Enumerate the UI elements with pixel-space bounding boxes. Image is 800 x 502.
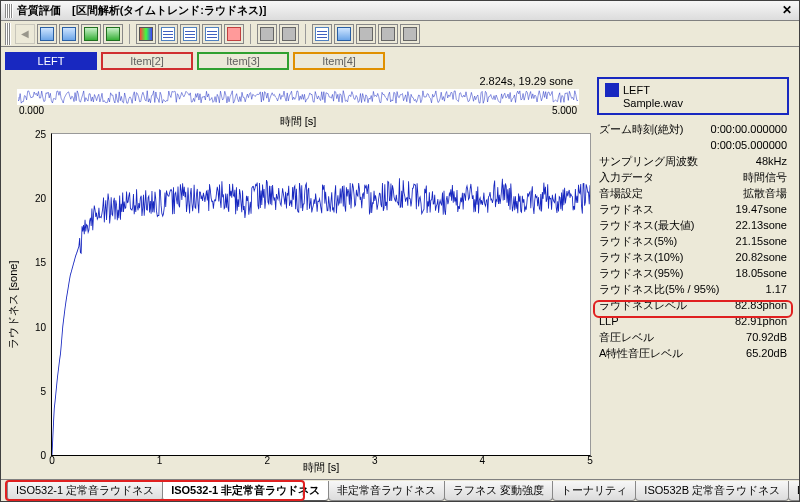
region-icon — [227, 27, 241, 41]
legend-item-3[interactable]: Item[3] — [197, 52, 289, 70]
legend-item-4[interactable]: Item[4] — [293, 52, 385, 70]
region-button[interactable] — [224, 24, 244, 44]
info-key: 音場設定 — [599, 186, 643, 200]
wave-button[interactable] — [202, 24, 222, 44]
overview-strip: 0.000 5.000 時間 [s] — [17, 89, 579, 129]
tab[interactable]: 非定常音ラウドネス — [328, 481, 445, 501]
signal-icon — [205, 27, 219, 41]
y-tick: 10 — [35, 321, 46, 332]
chart-icon — [84, 27, 98, 41]
info-table: ズーム時刻(絶対)0:00:00.0000000:00:05.000000サンプ… — [597, 121, 789, 475]
info-key: 音圧レベル — [599, 330, 654, 344]
tab[interactable]: ラフネス 変動強度 — [444, 481, 553, 501]
prev-icon: ◀ — [21, 28, 29, 39]
info-key: ラウドネス(最大値) — [599, 218, 694, 232]
tab[interactable]: トーナリティ — [552, 481, 636, 501]
main-area: 2.824s, 19.29 sone 0.000 5.000 時間 [s] — [5, 75, 795, 475]
overview-waveform[interactable] — [17, 89, 579, 105]
expand-icon — [403, 27, 417, 41]
plot-button-3[interactable] — [312, 24, 332, 44]
y-tick: 0 — [40, 450, 46, 461]
info-legend-file: Sample.wav — [605, 97, 781, 109]
toolbar-separator — [250, 24, 251, 44]
info-value: 0:00:00.000000 — [711, 122, 787, 136]
info-key: ラウドネス(95%) — [599, 266, 683, 280]
info-row: A特性音圧レベル65.20dB — [597, 345, 789, 361]
info-row: 音場設定拡散音場 — [597, 185, 789, 201]
info-value: 65.20dB — [746, 346, 787, 360]
toolbar: ◀ — [1, 21, 799, 47]
cursor-icon — [260, 27, 274, 41]
info-row: ラウドネス(10%)20.82sone — [597, 249, 789, 265]
info-row: ラウドネスレベル82.83phon — [597, 297, 789, 313]
info-row: サンプリング周波数48kHz — [597, 153, 789, 169]
info-row: ズーム時刻(絶対)0:00:00.000000 — [597, 121, 789, 137]
y-tick: 15 — [35, 257, 46, 268]
tab[interactable]: ISO532-1 定常音ラウドネス — [7, 481, 163, 501]
info-key: LLP — [599, 314, 619, 328]
doc-button-2[interactable] — [59, 24, 79, 44]
y-axis-label: ラウドネス [sone] — [6, 260, 21, 348]
x-ticks: 012345 — [52, 455, 590, 469]
tab[interactable]: ISO532-1 非定常音ラウドネス — [162, 481, 329, 501]
info-value: 20.82sone — [736, 250, 787, 264]
toolbar-separator — [129, 24, 130, 44]
overlay-button[interactable] — [103, 24, 123, 44]
stack-button-2[interactable] — [378, 24, 398, 44]
info-key: ラウドネス比(5% / 95%) — [599, 282, 719, 296]
tab[interactable]: ISO532B 定常音ラウドネス — [635, 481, 789, 501]
window: 音質評価 [区間解析(タイムトレンド:ラウドネス)] ✕ ◀ LEFT Item… — [0, 0, 800, 502]
info-value: 82.83phon — [735, 298, 787, 312]
colormap-button[interactable] — [136, 24, 156, 44]
plot-column: 2.824s, 19.29 sone 0.000 5.000 時間 [s] — [5, 75, 591, 475]
info-row: ラウドネス(5%)21.15sone — [597, 233, 789, 249]
info-value: 21.15sone — [736, 234, 787, 248]
plot-button-2[interactable] — [180, 24, 200, 44]
doc-button-1[interactable] — [37, 24, 57, 44]
x-tick: 3 — [372, 455, 378, 466]
x-tick: 4 — [480, 455, 486, 466]
overlay-icon — [106, 27, 120, 41]
info-value: 48kHz — [756, 154, 787, 168]
plot-area[interactable]: 2520151050 012345 — [51, 133, 591, 456]
properties-button[interactable] — [334, 24, 354, 44]
info-value: 1.17 — [766, 282, 787, 296]
cursor-button[interactable] — [257, 24, 277, 44]
overview-xlabel: 時間 [s] — [17, 114, 579, 129]
info-key: ラウドネスレベル — [599, 298, 687, 312]
info-key: A特性音圧レベル — [599, 346, 683, 360]
info-value: 19.47sone — [736, 202, 787, 216]
stack-button-1[interactable] — [356, 24, 376, 44]
range-button[interactable] — [279, 24, 299, 44]
x-tick: 1 — [157, 455, 163, 466]
document-icon — [40, 27, 54, 41]
info-key: ズーム時刻(絶対) — [599, 122, 683, 136]
toolbar-separator — [305, 24, 306, 44]
info-value: 拡散音場 — [743, 186, 787, 200]
expand-button[interactable] — [400, 24, 420, 44]
plot-button-1[interactable] — [158, 24, 178, 44]
info-value: 時間信号 — [743, 170, 787, 184]
y-tick: 5 — [40, 385, 46, 396]
info-row: ラウドネス(95%)18.05sone — [597, 265, 789, 281]
info-row: 入力データ時間信号 — [597, 169, 789, 185]
titlebar-grip[interactable] — [5, 4, 13, 18]
waveform-icon — [183, 27, 197, 41]
info-row: ラウドネス(最大値)22.13sone — [597, 217, 789, 233]
close-button[interactable]: ✕ — [779, 3, 795, 19]
info-row: 音圧レベル70.92dB — [597, 329, 789, 345]
tab[interactable]: DIN456 — [788, 481, 799, 501]
x-tick: 0 — [49, 455, 55, 466]
legend-item-left[interactable]: LEFT — [5, 52, 97, 70]
legend-item-2[interactable]: Item[2] — [101, 52, 193, 70]
properties-icon — [337, 27, 351, 41]
toolbar-grip[interactable] — [5, 23, 11, 45]
x-tick: 2 — [264, 455, 270, 466]
series-legend-row: LEFT Item[2] Item[3] Item[4] — [5, 51, 795, 71]
chart-button[interactable] — [81, 24, 101, 44]
body: LEFT Item[2] Item[3] Item[4] 2.824s, 19.… — [1, 47, 799, 479]
prev-button: ◀ — [15, 24, 35, 44]
y-axis-label-wrap: ラウドネス [sone] — [5, 133, 21, 475]
x-tick: 5 — [587, 455, 593, 466]
info-value: 0:00:05.000000 — [711, 138, 787, 152]
